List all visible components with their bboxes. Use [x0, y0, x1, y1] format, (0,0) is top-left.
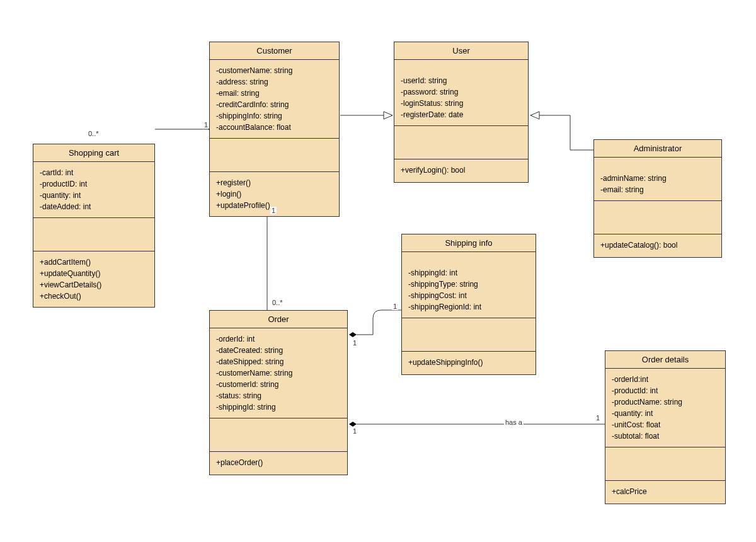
methods-section: +verifyLogin(): bool [394, 159, 528, 182]
methods-section: +updateShippingInfo() [402, 352, 536, 374]
attributes-section: -adminName: string -email: string [594, 158, 721, 201]
mult-label: 1 [392, 303, 398, 310]
mult-label: 1 [352, 339, 358, 347]
mult-label: 0..* [87, 130, 100, 137]
attributes-section: -userId: string -password: string -login… [394, 60, 528, 126]
mult-label: 1 [270, 207, 277, 214]
class-customer[interactable]: Customer -customerName: string -address:… [209, 42, 340, 217]
class-administrator[interactable]: Administrator -adminName: string -email:… [593, 139, 722, 258]
methods-section: +updateCatalog(): bool [594, 234, 721, 257]
attributes-section: -orderId:int -productId: int -productNam… [605, 369, 725, 447]
mult-label: 1 [203, 121, 209, 129]
attributes-section: -customerName: string -address: string -… [210, 60, 339, 139]
class-title: Administrator [594, 140, 721, 158]
class-order-details[interactable]: Order details -orderId:int -productId: i… [605, 350, 726, 504]
methods-section: +calcPrice [605, 481, 725, 504]
class-order[interactable]: Order -orderId: int -dateCreated: string… [209, 310, 348, 475]
attributes-section: -orderId: int -dateCreated: string -date… [210, 328, 347, 418]
class-user[interactable]: User -userId: string -password: string -… [394, 42, 529, 183]
class-title: Order details [605, 351, 725, 369]
methods-section: +addCartItem() +updateQuantity() +viewCa… [33, 251, 154, 307]
mult-label: 1 [352, 427, 358, 435]
mult-label: 1 [595, 414, 601, 422]
class-title: Order [210, 311, 347, 328]
class-title: Shopping cart [33, 144, 154, 162]
class-shipping-info[interactable]: Shipping info -shippingId: int -shipping… [401, 234, 536, 375]
mult-label: 0..* [271, 299, 284, 306]
class-title: Customer [210, 42, 339, 60]
class-shopping-cart[interactable]: Shopping cart -cartId: int -productID: i… [33, 144, 155, 308]
attributes-section: -shippingId: int -shippingType: string -… [402, 252, 536, 318]
class-title: User [394, 42, 528, 60]
methods-section: +placeOrder() [210, 452, 347, 475]
relation-label: has a [504, 418, 524, 426]
attributes-section: -cartId: int -productID: int -quantity: … [33, 162, 154, 218]
class-title: Shipping info [402, 234, 536, 252]
